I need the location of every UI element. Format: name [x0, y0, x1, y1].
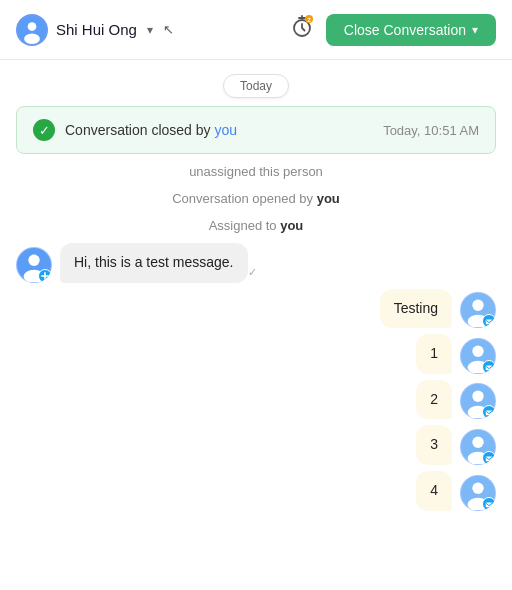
chat-area: Today ✓ Conversation closed by you Today…	[0, 60, 512, 590]
message-row-3: 2	[16, 380, 496, 420]
message-bubble-2: 1	[416, 334, 452, 374]
close-btn-caret: ▾	[472, 23, 478, 37]
closed-notice-left: ✓ Conversation closed by you	[33, 119, 237, 141]
header: Shi Hui Ong ▾ ↖ Z Close Conversation ▾	[0, 0, 512, 60]
closed-prefix: Conversation closed by	[65, 122, 214, 138]
activity-text-1-strong: you	[317, 191, 340, 206]
outgoing-avatar-4	[460, 429, 496, 465]
activity-opened: Conversation opened by you	[16, 189, 496, 208]
message-bubble-5: 4	[416, 471, 452, 511]
message-bubble-3: 2	[416, 380, 452, 420]
svg-rect-28	[486, 502, 492, 507]
svg-rect-24	[486, 456, 492, 461]
svg-point-2	[24, 33, 40, 44]
date-divider: Today	[223, 74, 289, 98]
date-divider-wrapper: Today	[0, 74, 512, 98]
message-text-4: 3	[430, 436, 438, 452]
avatar-badge-5	[482, 497, 496, 511]
svg-point-22	[472, 437, 483, 448]
activity-text-2-prefix: Assigned to	[209, 218, 281, 233]
message-text-5: 4	[430, 482, 438, 498]
message-text-1: Testing	[394, 300, 438, 316]
check-mark-0: ✓	[248, 266, 257, 279]
avatar-badge-3	[482, 405, 496, 419]
activity-assigned: Assigned to you	[16, 216, 496, 235]
snooze-button[interactable]: Z	[290, 15, 314, 44]
svg-point-14	[472, 345, 483, 356]
outgoing-avatar-3	[460, 383, 496, 419]
activity-text-2-strong: you	[280, 218, 303, 233]
outgoing-avatar-2	[460, 338, 496, 374]
activity-unassigned: unassigned this person	[16, 162, 496, 181]
message-text-2: 1	[430, 345, 438, 361]
message-bubble-4: 3	[416, 425, 452, 465]
contact-selector[interactable]: Shi Hui Ong ▾ ↖	[16, 14, 174, 46]
message-text-0: Hi, this is a test message.	[74, 254, 234, 270]
svg-rect-12	[486, 320, 492, 325]
avatar-badge-4	[482, 451, 496, 465]
contact-name: Shi Hui Ong	[56, 21, 137, 38]
message-bubble-0: Hi, this is a test message.	[60, 243, 248, 283]
activity-text-0: unassigned this person	[189, 164, 323, 179]
check-circle-icon: ✓	[33, 119, 55, 141]
close-conversation-button[interactable]: Close Conversation ▾	[326, 14, 496, 46]
closed-notice: ✓ Conversation closed by you Today, 10:5…	[16, 106, 496, 154]
outgoing-avatar-1	[460, 292, 496, 328]
activity-text-1-prefix: Conversation opened by	[172, 191, 317, 206]
svg-point-7	[28, 254, 39, 265]
message-row-4: 3	[16, 425, 496, 465]
svg-point-26	[472, 482, 483, 493]
svg-point-18	[472, 391, 483, 402]
chevron-down-icon: ▾	[147, 23, 153, 37]
svg-point-1	[28, 22, 37, 31]
closed-text: Conversation closed by you	[65, 122, 237, 138]
message-row-0: Hi, this is a test message. ✓	[16, 243, 496, 283]
message-bubble-1: Testing	[380, 289, 452, 329]
cursor-icon: ↖	[163, 22, 174, 37]
message-row-2: 1	[16, 334, 496, 374]
avatar-badge-0	[38, 269, 52, 283]
outgoing-avatar-5	[460, 475, 496, 511]
avatar-badge-2	[482, 360, 496, 374]
svg-rect-20	[486, 411, 492, 416]
close-btn-label: Close Conversation	[344, 22, 466, 38]
message-row-1: Testing	[16, 289, 496, 329]
svg-point-10	[472, 300, 483, 311]
header-icons: Z Close Conversation ▾	[290, 14, 496, 46]
closed-timestamp: Today, 10:51 AM	[383, 123, 479, 138]
message-text-3: 2	[430, 391, 438, 407]
incoming-avatar-0	[16, 247, 52, 283]
contact-avatar	[16, 14, 48, 46]
you-link[interactable]: you	[214, 122, 237, 138]
svg-rect-16	[486, 365, 492, 370]
avatar-badge-1	[482, 314, 496, 328]
message-row-5: 4	[16, 471, 496, 511]
